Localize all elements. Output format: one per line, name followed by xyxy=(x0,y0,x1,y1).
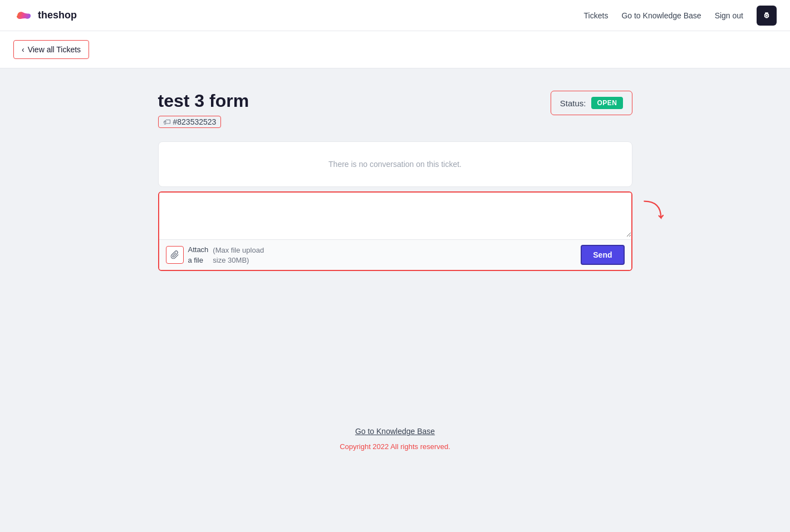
send-button[interactable]: Send xyxy=(581,245,624,265)
logo-icon xyxy=(13,6,33,26)
message-toolbar: Attacha file (Max file uploadsize 30MB) … xyxy=(159,239,631,270)
back-button-label: View all Tickets xyxy=(28,45,81,54)
ticket-id: #823532523 xyxy=(173,117,217,126)
max-size-text: (Max file uploadsize 30MB) xyxy=(213,246,264,264)
ticket-title: test 3 form xyxy=(158,91,249,111)
message-textarea[interactable] xyxy=(159,193,631,237)
no-conversation-message: There is no conversation on this ticket. xyxy=(159,142,632,186)
logo-text: theshop xyxy=(38,9,77,21)
ticket-title-area: test 3 form 🏷 #823532523 xyxy=(158,91,249,128)
main-content: test 3 form 🏷 #823532523 Status: OPEN Th… xyxy=(145,68,646,293)
footer: Go to Knowledge Base Copyright 2022 All … xyxy=(0,405,790,467)
annotation-arrow xyxy=(638,197,671,230)
conversation-box: There is no conversation on this ticket. xyxy=(158,141,632,187)
hubspot-button[interactable] xyxy=(757,6,777,26)
nav-tickets[interactable]: Tickets xyxy=(584,11,609,20)
copyright-text: Copyright 2022 xyxy=(340,442,390,451)
status-badge: OPEN xyxy=(591,97,622,109)
attach-label: Attacha file xyxy=(188,245,209,264)
tag-icon: 🏷 xyxy=(163,117,171,126)
status-label: Status: xyxy=(560,98,586,108)
ticket-header: test 3 form 🏷 #823532523 Status: OPEN xyxy=(158,91,632,128)
hubspot-icon xyxy=(761,10,772,21)
back-area: ‹ View all Tickets xyxy=(0,31,790,68)
chevron-left-icon: ‹ xyxy=(22,45,24,54)
ticket-id-area: 🏷 #823532523 xyxy=(158,116,222,128)
input-wrapper: Attacha file (Max file uploadsize 30MB) … xyxy=(158,191,632,271)
attach-text-area: Attacha file xyxy=(188,244,209,265)
attach-file-button[interactable] xyxy=(166,246,184,264)
view-all-tickets-button[interactable]: ‹ View all Tickets xyxy=(13,40,89,59)
nav-links: Tickets Go to Knowledge Base Sign out xyxy=(584,6,777,26)
footer-copyright: Copyright 2022 All rights reserved. xyxy=(13,442,777,451)
header: theshop Tickets Go to Knowledge Base Sig… xyxy=(0,0,790,31)
paperclip-icon xyxy=(170,250,179,259)
copyright-highlight: All rights reserved. xyxy=(390,442,450,451)
message-input-area: Attacha file (Max file uploadsize 30MB) … xyxy=(158,191,632,271)
nav-sign-out[interactable]: Sign out xyxy=(715,11,743,20)
status-area: Status: OPEN xyxy=(551,91,632,115)
footer-knowledge-base-link[interactable]: Go to Knowledge Base xyxy=(13,427,777,436)
max-size-area: (Max file uploadsize 30MB) xyxy=(213,245,264,265)
attach-area: Attacha file (Max file uploadsize 30MB) xyxy=(166,244,264,265)
nav-knowledge-base[interactable]: Go to Knowledge Base xyxy=(621,11,701,20)
logo-area: theshop xyxy=(13,6,77,26)
